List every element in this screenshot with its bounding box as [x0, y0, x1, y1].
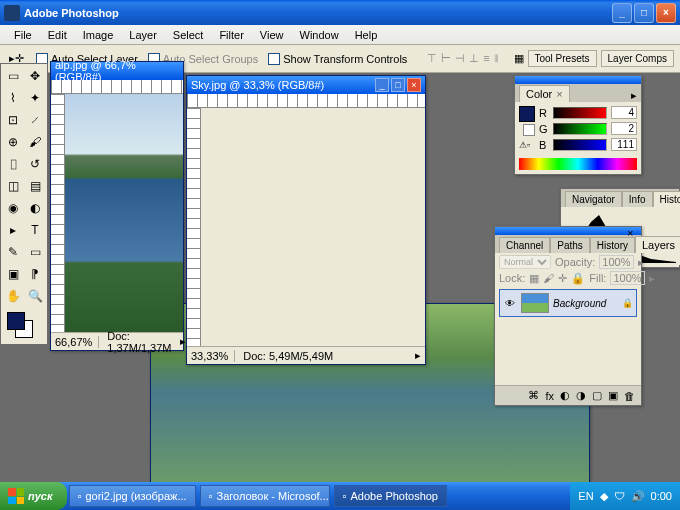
close-button[interactable]: ×: [656, 3, 676, 23]
zoom-level[interactable]: 66,67%: [55, 336, 99, 348]
marquee-tool[interactable]: ▭: [3, 66, 23, 86]
lock-all-icon[interactable]: 🔒: [571, 272, 585, 285]
panel-menu-icon[interactable]: ▸: [631, 89, 637, 102]
distribute-icon[interactable]: ⫴: [494, 52, 499, 65]
canvas-alp[interactable]: [65, 94, 183, 332]
g-slider[interactable]: [553, 123, 607, 135]
tray-icon[interactable]: 🔊: [631, 490, 645, 503]
layer-row-background[interactable]: 👁 Background 🔒: [499, 289, 637, 317]
layers-panel[interactable]: _ × Channel Paths History Layers× ctions…: [494, 226, 642, 406]
lock-transparent-icon[interactable]: ▦: [529, 272, 539, 285]
g-value[interactable]: 2: [611, 122, 637, 135]
lasso-tool[interactable]: ⌇: [3, 88, 23, 108]
statusbar-arrow-icon[interactable]: ▸: [415, 349, 421, 362]
adjustment-icon[interactable]: ◑: [576, 389, 586, 402]
chevron-icon[interactable]: ▸: [638, 256, 644, 269]
tool-presets-button[interactable]: Tool Presets: [528, 50, 597, 67]
language-indicator[interactable]: EN: [578, 490, 593, 502]
hand-tool[interactable]: ✋: [3, 286, 23, 306]
wand-tool[interactable]: ✦: [25, 88, 45, 108]
zoom-level[interactable]: 33,33%: [191, 350, 235, 362]
doc-minimize-button[interactable]: _: [375, 78, 389, 92]
clock[interactable]: 0:00: [651, 490, 672, 502]
align-icon[interactable]: ⊥: [469, 52, 479, 65]
mask-icon[interactable]: ◐: [560, 389, 570, 402]
tab-navigator[interactable]: Navigator: [565, 191, 622, 207]
menu-help[interactable]: Help: [347, 27, 386, 43]
lock-move-icon[interactable]: ✛: [558, 272, 567, 285]
tab-layers[interactable]: Layers×: [635, 236, 680, 253]
blend-mode-select[interactable]: Normal: [499, 255, 551, 269]
gradient-tool[interactable]: ▤: [25, 176, 45, 196]
tab-info[interactable]: Info: [622, 191, 653, 207]
statusbar-arrow-icon[interactable]: ▸: [180, 335, 186, 348]
align-icon[interactable]: ⊣: [455, 52, 465, 65]
layer-thumbnail[interactable]: [521, 293, 549, 313]
ruler-horizontal[interactable]: [51, 80, 183, 94]
document-titlebar-alp[interactable]: alp.jpg @ 66,7% (RGB/8#): [51, 62, 183, 80]
menu-file[interactable]: File: [6, 27, 40, 43]
document-window-sky[interactable]: Sky.jpg @ 33,3% (RGB/8#) _ □ × 33,33% Do…: [186, 75, 426, 365]
tab-paths[interactable]: Paths: [550, 237, 590, 253]
fx-icon[interactable]: fx: [545, 390, 554, 402]
r-value[interactable]: 4: [611, 106, 637, 119]
folder-icon[interactable]: ▢: [592, 389, 602, 402]
new-layer-icon[interactable]: ▣: [608, 389, 618, 402]
menu-edit[interactable]: Edit: [40, 27, 75, 43]
shape-tool[interactable]: ▭: [25, 242, 45, 262]
zoom-tool[interactable]: 🔍: [25, 286, 45, 306]
tray-icon[interactable]: ◆: [600, 490, 608, 503]
dodge-tool[interactable]: ◐: [25, 198, 45, 218]
crop-tool[interactable]: ⊡: [3, 110, 23, 130]
trash-icon[interactable]: 🗑: [624, 390, 635, 402]
notes-tool[interactable]: ▣: [3, 264, 23, 284]
eraser-tool[interactable]: ◫: [3, 176, 23, 196]
document-window-alp[interactable]: alp.jpg @ 66,7% (RGB/8#) 66,67% Doc: 1,3…: [50, 61, 184, 351]
path-tool[interactable]: ▸: [3, 220, 23, 240]
align-icon[interactable]: ⊢: [441, 52, 451, 65]
menu-filter[interactable]: Filter: [211, 27, 251, 43]
panel-gripper[interactable]: _ ×: [495, 227, 641, 235]
brush-tool[interactable]: 🖌: [25, 132, 45, 152]
panel-gripper[interactable]: [515, 76, 641, 84]
document-titlebar-sky[interactable]: Sky.jpg @ 33,3% (RGB/8#) _ □ ×: [187, 76, 425, 94]
blur-tool[interactable]: ◉: [3, 198, 23, 218]
system-tray[interactable]: EN ◆ 🛡 🔊 0:00: [570, 482, 680, 510]
workspace-icon[interactable]: ▦: [514, 52, 524, 65]
ruler-horizontal[interactable]: [187, 94, 425, 108]
layer-name-label[interactable]: Background: [553, 298, 606, 309]
tray-icon[interactable]: 🛡: [614, 490, 625, 502]
menu-select[interactable]: Select: [165, 27, 212, 43]
taskbar-item-word[interactable]: ▫ Заголовок - Microsof...: [200, 485, 330, 507]
minimize-button[interactable]: _: [612, 3, 632, 23]
menu-layer[interactable]: Layer: [121, 27, 165, 43]
chevron-icon[interactable]: ▸: [649, 272, 655, 285]
maximize-button[interactable]: □: [634, 3, 654, 23]
eyedropper-tool[interactable]: ⁋: [25, 264, 45, 284]
link-icon[interactable]: ⌘: [528, 389, 539, 402]
layer-comps-button[interactable]: Layer Comps: [601, 50, 674, 67]
menu-image[interactable]: Image: [75, 27, 122, 43]
menu-view[interactable]: View: [252, 27, 292, 43]
panel-close-button[interactable]: ×: [627, 227, 639, 235]
panel-minimize-button[interactable]: _: [615, 227, 627, 235]
menu-window[interactable]: Window: [292, 27, 347, 43]
tab-history[interactable]: History: [590, 237, 635, 253]
taskbar-item-photoshop[interactable]: ▫ Adobe Photoshop: [334, 485, 447, 507]
stamp-tool[interactable]: ⌷: [3, 154, 23, 174]
b-value[interactable]: 111: [611, 138, 637, 151]
tab-color[interactable]: Color×: [519, 85, 570, 102]
doc-maximize-button[interactable]: □: [391, 78, 405, 92]
visibility-eye-icon[interactable]: 👁: [503, 296, 517, 310]
ruler-vertical[interactable]: [51, 94, 65, 332]
move-tool[interactable]: ✥: [25, 66, 45, 86]
type-tool[interactable]: T: [25, 220, 45, 240]
color-bg-swatch[interactable]: [523, 124, 535, 136]
ruler-vertical[interactable]: [187, 108, 201, 346]
heal-tool[interactable]: ⊕: [3, 132, 23, 152]
taskbar-item-image[interactable]: ▫ gori2.jpg (изображ...: [69, 485, 196, 507]
lock-brush-icon[interactable]: 🖌: [543, 272, 554, 284]
slice-tool[interactable]: ⟋: [25, 110, 45, 130]
color-panel[interactable]: Color× ▸ ⚠▫ R 4 G: [514, 75, 642, 175]
spectrum-bar[interactable]: [519, 158, 637, 170]
